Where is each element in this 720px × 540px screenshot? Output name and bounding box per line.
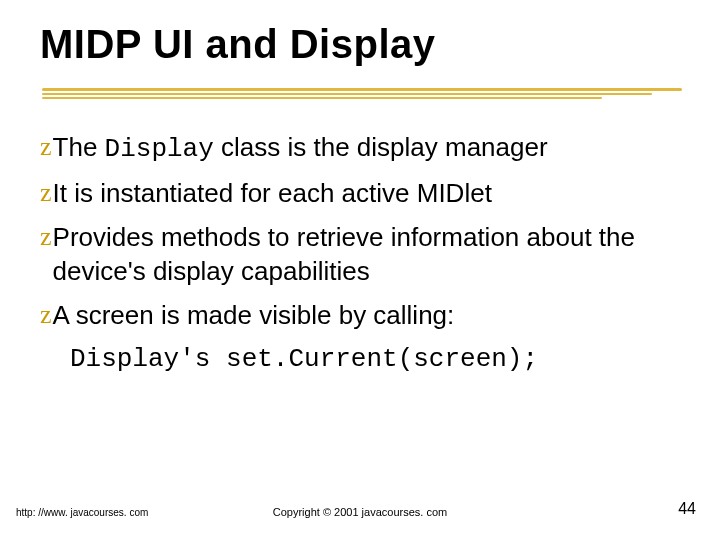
text-segment: It is instantiated for each active MIDle… bbox=[53, 178, 492, 208]
bullet-icon: z bbox=[40, 220, 52, 254]
text-segment: class is the display manager bbox=[214, 132, 548, 162]
bullet-list: z The Display class is the display manag… bbox=[40, 130, 680, 376]
list-item: z A screen is made visible by calling: bbox=[40, 298, 680, 332]
slide-title: MIDP UI and Display bbox=[40, 22, 436, 67]
bullet-text: A screen is made visible by calling: bbox=[53, 298, 680, 332]
code-segment: Display bbox=[105, 134, 214, 164]
footer-url: http: //www. javacourses. com bbox=[16, 507, 148, 518]
bullet-icon: z bbox=[40, 130, 52, 164]
slide-footer: http: //www. javacourses. com Copyright … bbox=[0, 500, 720, 518]
bullet-text: Provides methods to retrieve information… bbox=[53, 220, 680, 288]
bullet-text: The Display class is the display manager bbox=[53, 130, 680, 166]
footer-page-number: 44 bbox=[678, 500, 696, 518]
code-line: Display's set.Current(screen); bbox=[70, 342, 680, 376]
bullet-text: It is instantiated for each active MIDle… bbox=[53, 176, 680, 210]
list-item: z It is instantiated for each active MID… bbox=[40, 176, 680, 210]
title-underline bbox=[42, 88, 682, 102]
list-item: z The Display class is the display manag… bbox=[40, 130, 680, 166]
text-segment: Provides methods to retrieve information… bbox=[53, 222, 635, 286]
slide: MIDP UI and Display z The Display class … bbox=[0, 0, 720, 540]
bullet-icon: z bbox=[40, 176, 52, 210]
text-segment: The bbox=[53, 132, 105, 162]
bullet-icon: z bbox=[40, 298, 52, 332]
list-item: z Provides methods to retrieve informati… bbox=[40, 220, 680, 288]
text-segment: A screen is made visible by calling: bbox=[53, 300, 455, 330]
